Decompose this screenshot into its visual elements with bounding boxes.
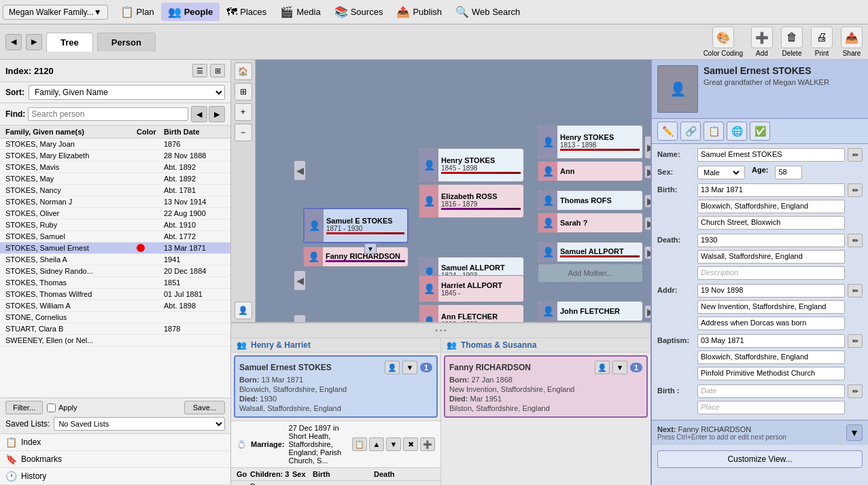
samuel-e-dropdown-btn[interactable]: ▼ [364,243,377,254]
nav-arrow-sarah[interactable]: ▶ [644,217,650,230]
list-item[interactable]: STUART, Clara B 1878 [0,323,230,335]
search-input[interactable] [28,107,188,121]
tab-tree[interactable]: Tree [46,33,93,52]
sidebar-item-bookmarks[interactable]: 🔖 Bookmarks [0,451,230,468]
person-box-harriet[interactable]: 👤 Harriet ALLPORT 1845 - [419,275,524,302]
birth2-edit-btn[interactable]: ✏ [848,384,863,398]
marriage-edit-btn[interactable]: 📋 [352,437,367,451]
person-box-samuel-e[interactable]: 👤 Samuel E STOKES 1871 - 1930 [303,208,409,243]
back-button[interactable]: ◀ [5,34,22,50]
index-view-btn1[interactable]: ☰ [192,64,207,77]
nav-arrow-john-f[interactable]: ▶ [644,305,650,319]
menu-websearch[interactable]: 🔍 Web Search [449,3,527,21]
detail-tasks-btn[interactable]: ✅ [750,122,770,141]
list-item[interactable]: STOKES, Thomas Wilfred 01 Jul 1881 [0,289,230,300]
person-box-elizabeth[interactable]: 👤 Elizabeth ROSS 1816 - 1879 [419,184,524,218]
sidebar-item-index[interactable]: 📋 Index [0,434,230,451]
marriage-down-btn[interactable]: ▼ [386,437,401,451]
sex-value[interactable]: MaleFemale [697,166,745,179]
birth-edit-btn[interactable]: ✏ [848,183,863,197]
list-item[interactable]: STOKES, Samuel Abt. 1772 [0,231,230,242]
customize-view-button[interactable]: Customize View... [657,450,863,468]
list-item[interactable]: STOKES, Nancy Abt. 1781 [0,185,230,196]
tree-zoomout-btn[interactable]: − [235,124,252,141]
nav-arrow-left-samuel-a[interactable]: ▶ [294,270,306,291]
list-item[interactable]: STOKES, Norman J 13 Nov 1914 [0,196,230,208]
add-button[interactable]: ➕ Add [751,26,773,57]
list-item[interactable]: STOKES, Mary Joan 1876 [0,139,230,150]
list-item[interactable]: SWEENEY, Ellen (or Nel... [0,335,230,346]
person-box-john-f[interactable]: 👤 John FLETCHER [538,301,643,321]
person-box-thomas-r[interactable]: 👤 Thomas ROFS [538,190,643,211]
tree-zoomin-btn[interactable]: + [235,103,252,121]
apply-checkbox[interactable] [47,403,56,412]
tab-person[interactable]: Person [97,33,156,52]
table-row[interactable]: ◀ Dorcas STOKES F 19 Nov 1... 08 May... [231,481,440,485]
list-item[interactable]: STOKES, Oliver 22 Aug 1900 [0,208,230,219]
list-item[interactable]: STOKES, May Abt. 1892 [0,173,230,185]
saved-lists-select[interactable]: No Saved Lists [54,417,225,431]
nav-arrow-left-henry[interactable]: ▶ [294,160,306,181]
tree-pedigree-btn[interactable]: 👤 [235,302,252,319]
person-card-fanny-edit[interactable]: 👤 [595,361,610,374]
list-item[interactable]: STONE, Cornelius [0,312,230,323]
detail-edit-btn[interactable]: ✏️ [657,122,678,141]
forward-button[interactable]: ▶ [26,34,42,50]
app-title-dropdown[interactable]: Megan Walker Family... ▼ [3,5,108,20]
sort-select[interactable]: Family, Given Name [29,85,225,100]
detail-web-btn[interactable]: 🌐 [727,122,747,141]
add-mother-1-box[interactable]: Add Mother... [538,264,643,283]
list-item[interactable]: STOKES, Ruby Abt. 1910 [0,219,230,231]
marriage-up-btn[interactable]: ▲ [369,437,384,451]
list-item[interactable]: STOKES, Sidney Rando... 20 Dec 1884 [0,266,230,277]
menu-plan[interactable]: 📋 Plan [114,3,161,21]
find-next-btn[interactable]: ▶ [209,106,225,122]
death-edit-btn[interactable]: ✏ [848,234,863,247]
tree-home-btn[interactable]: 🏠 [235,62,252,80]
marriage-add-btn[interactable]: ➕ [420,437,435,451]
find-prev-btn[interactable]: ◀ [191,106,207,122]
person-box-henry-s[interactable]: 👤 Henry STOKES 1845 - 1898 [419,148,524,182]
menu-publish[interactable]: 📤 Publish [389,3,449,21]
detail-link-btn[interactable]: 🔗 [680,122,701,141]
next-person-chevron[interactable]: ▼ [846,425,863,441]
delete-button[interactable]: 🗑 Delete [781,26,803,57]
marriage-delete-btn[interactable]: ✖ [403,437,418,451]
nav-arrow-left-ann-f[interactable]: ▶ [294,315,306,322]
person-card-samuel-edit[interactable]: 👤 [385,361,400,374]
bottom-divider[interactable]: • • • [231,323,650,338]
detail-copy-btn[interactable]: 📋 [704,122,724,141]
person-card-fanny-chevron[interactable]: ▼ [612,361,627,374]
nav-arrow-samuel-a2[interactable]: ▶ [644,246,650,259]
person-box-fanny[interactable]: 👤 Fanny RICHARDSON [303,247,409,267]
nav-arrow-henry-s2[interactable]: ▶ [644,136,650,159]
sex-select[interactable]: MaleFemale [701,168,742,177]
index-view-btn2[interactable]: ⊞ [210,64,225,77]
share-button[interactable]: 📤 Share [841,26,863,57]
person-box-henry-s2[interactable]: 👤 Henry STOKES 1813 - 1898 [538,125,643,159]
save-button[interactable]: Save... [184,401,225,414]
menu-places[interactable]: 🗺 Places [220,3,273,21]
tree-fit-btn[interactable]: ⊞ [235,83,252,101]
nav-arrow-thomas[interactable]: ▶ [644,194,650,208]
list-item[interactable]: STOKES, Samuel Ernest 13 Mar 1871 [0,242,230,254]
list-item[interactable]: STOKES, Mavis Abt. 1892 [0,162,230,173]
print-button[interactable]: 🖨 Print [811,26,833,57]
list-item[interactable]: STOKES, Thomas 1851 [0,277,230,289]
list-item[interactable]: STOKES, William A Abt. 1898 [0,300,230,312]
filter-button[interactable]: Filter... [5,401,43,414]
name-edit-btn[interactable]: ✏ [848,148,863,162]
person-box-sarah[interactable]: 👤 Sarah ? [538,213,643,233]
menu-people[interactable]: 👥 People [161,3,220,21]
person-box-samuel-a2[interactable]: 👤 Samuel ALLPORT [538,242,643,262]
menu-sources[interactable]: 📚 Sources [328,3,390,21]
baptism-edit-btn[interactable]: ✏ [848,334,863,348]
list-item[interactable]: STOKES, Mary Elizabeth 28 Nov 1888 [0,150,230,162]
person-box-ann-f[interactable]: 👤 Ann FLETCHER 1826 - 1892 [419,304,524,322]
menu-media[interactable]: 🎬 Media [273,3,327,21]
sidebar-item-history[interactable]: 🕐 History [0,468,230,485]
color-coding-button[interactable]: 🎨 Color Coding [704,26,743,57]
addr-edit-btn[interactable]: ✏ [848,284,863,298]
nav-arrow-ann[interactable]: ▶ [644,165,650,179]
person-card-samuel-chevron[interactable]: ▼ [402,361,417,374]
